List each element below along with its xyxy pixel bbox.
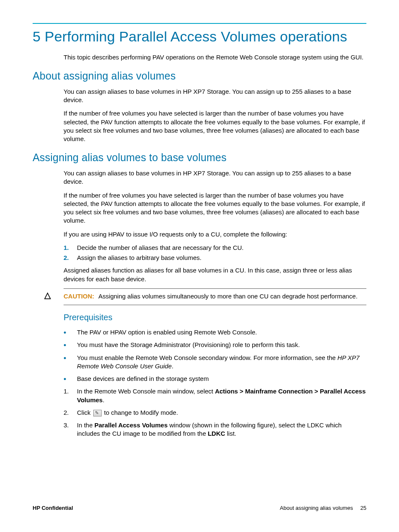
caution-label: CAUTION: [64, 293, 94, 300]
text-fragment: to change to Modify mode. [102, 409, 178, 416]
text-fragment: . [172, 362, 174, 370]
prerequisites-title: Prerequisites [64, 312, 366, 323]
list-item: 1. In the Remote Web Console main window… [64, 387, 366, 404]
caution-text: Assigning alias volumes simultaneously t… [98, 293, 358, 300]
section-assign-p4: Assigned aliases function as aliases for… [64, 266, 366, 283]
section-assign-title: Assigning alias volumes to base volumes [33, 151, 366, 165]
text-fragment: You must enable the Remote Web Console s… [77, 354, 338, 361]
top-rule [33, 23, 366, 24]
list-item: • The PAV or HPAV option is enabled usin… [64, 328, 366, 337]
step-number: 1. [64, 387, 69, 396]
section-about-p1: You can assign aliases to base volumes i… [64, 87, 366, 105]
text-fragment: Click [77, 409, 92, 416]
procedure-steps: 1. In the Remote Web Console main window… [64, 387, 366, 438]
text-bold: LDKC [208, 430, 225, 437]
bullet-icon: • [64, 329, 69, 337]
list-number: 2. [64, 254, 71, 262]
list-number: 1. [64, 244, 71, 252]
list-text: Decide the number of aliases that are ne… [77, 244, 244, 252]
hpav-steps-list: 1. Decide the number of aliases that are… [64, 244, 366, 262]
step-number: 3. [64, 421, 69, 429]
list-item: 1. Decide the number of aliases that are… [64, 244, 366, 252]
section-assign-p3: If you are using HPAV to issue I/O reque… [64, 230, 366, 239]
caution-block: △ CAUTION:Assigning alias volumes simult… [64, 288, 366, 305]
list-text: Base devices are defined in the storage … [77, 375, 209, 383]
modify-mode-icon [93, 410, 102, 416]
text-fragment: . [102, 396, 104, 403]
list-item: 3. In the Parallel Access Volumes window… [64, 421, 366, 438]
footer-section-label: About assigning alias volumes [280, 505, 353, 511]
step-text: Click to change to Modify mode. [77, 409, 178, 417]
chapter-title: 5 Performing Parallel Access Volumes ope… [33, 27, 366, 46]
section-assign-p1: You can assign aliases to base volumes i… [64, 169, 366, 186]
list-text: You must have the Storage Administrator … [77, 341, 300, 349]
footer-left: HP Confidential [33, 504, 73, 512]
document-page: 5 Performing Parallel Access Volumes ope… [0, 0, 399, 438]
prerequisites-list: • The PAV or HPAV option is enabled usin… [64, 328, 366, 383]
footer-right: About assigning alias volumes 25 [280, 504, 366, 512]
step-text: In the Remote Web Console main window, s… [77, 387, 366, 404]
section-about-p2: If the number of free volumes you have s… [64, 109, 366, 143]
chapter-intro: This topic describes performing PAV oper… [64, 53, 366, 62]
caution-icon: △ [44, 290, 51, 301]
list-text: You must enable the Remote Web Console s… [77, 354, 366, 371]
list-item: • Base devices are defined in the storag… [64, 375, 366, 383]
text-fragment: In the [77, 421, 95, 429]
bullet-icon: • [64, 355, 69, 362]
list-item: • You must have the Storage Administrato… [64, 341, 366, 349]
section-about-title: About assigning alias volumes [33, 69, 366, 83]
text-fragment: list. [225, 430, 236, 437]
page-number: 25 [361, 505, 366, 511]
list-text: The PAV or HPAV option is enabled using … [77, 328, 257, 337]
step-text: In the Parallel Access Volumes window (s… [77, 421, 366, 438]
bullet-icon: • [64, 342, 69, 349]
list-item: 2. Assign the aliases to arbitrary base … [64, 254, 366, 262]
list-item: 2. Click to change to Modify mode. [64, 409, 366, 417]
list-text: Assign the aliases to arbitrary base vol… [77, 254, 202, 262]
page-footer: HP Confidential About assigning alias vo… [33, 504, 366, 512]
section-assign-p2: If the number of free volumes you have s… [64, 191, 366, 225]
bullet-icon: • [64, 375, 69, 383]
list-item: • You must enable the Remote Web Console… [64, 354, 366, 371]
text-fragment: In the Remote Web Console main window, s… [77, 388, 215, 395]
step-number: 2. [64, 409, 69, 417]
text-bold: Parallel Access Volumes [95, 421, 168, 429]
